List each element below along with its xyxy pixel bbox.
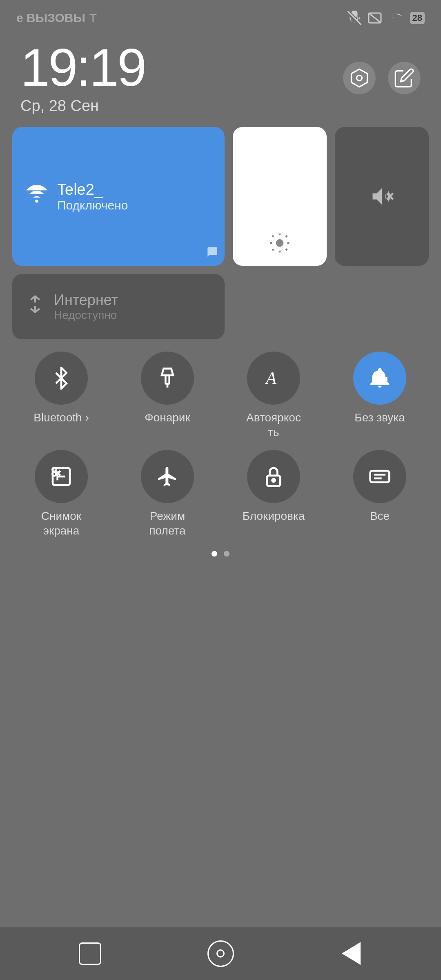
screenshot-label: Снимокэкрана <box>41 509 81 539</box>
home-icon <box>207 940 234 967</box>
toggle-lock[interactable]: Блокировка <box>225 450 323 539</box>
svg-point-4 <box>357 75 362 80</box>
carrier-t: T <box>89 11 97 25</box>
wifi-name: Tele2_ <box>57 181 128 198</box>
svg-point-5 <box>35 199 38 203</box>
wifi-status-icon <box>388 11 404 25</box>
svg-line-11 <box>272 236 274 237</box>
svg-rect-19 <box>165 375 169 384</box>
wifi-tile[interactable]: Tele2_ Подключено <box>12 127 225 266</box>
back-button[interactable] <box>335 937 368 970</box>
brightness-tile[interactable] <box>233 127 327 266</box>
svg-rect-32 <box>370 471 390 482</box>
wifi-info: Tele2_ Подключено <box>57 181 128 212</box>
status-left: е ВЫЗОВЫ T <box>16 11 97 25</box>
home-button[interactable] <box>204 937 237 970</box>
dots-indicator <box>0 551 441 557</box>
brightness-white <box>233 127 327 266</box>
nav-bar <box>0 927 441 980</box>
tiles-row-2: Интернет Недоступно <box>12 274 429 339</box>
svg-line-14 <box>286 236 287 237</box>
wifi-corner-indicator <box>207 246 218 260</box>
toggle-silent[interactable]: Без звука <box>331 352 429 440</box>
svg-text:A: A <box>265 369 276 388</box>
autobrightness-label: Автояркость <box>246 410 301 440</box>
svg-line-13 <box>272 249 274 250</box>
mute-icon <box>347 11 362 25</box>
silent-circle <box>353 352 406 405</box>
bluetooth-label: Bluetooth › <box>33 410 89 425</box>
wifi-icon <box>24 182 49 212</box>
brightness-sun-icon <box>268 232 291 259</box>
airplane-circle <box>141 450 194 503</box>
internet-status: Недоступно <box>54 309 118 322</box>
bluetooth-circle <box>35 352 88 405</box>
silent-label: Без звука <box>354 410 405 425</box>
screenshot-circle <box>35 450 88 503</box>
autobrightness-circle: A <box>247 352 300 405</box>
internet-tile[interactable]: Интернет Недоступно <box>12 274 225 339</box>
back-icon <box>342 942 361 965</box>
edit-button[interactable] <box>388 62 421 94</box>
toggle-all[interactable]: Все <box>331 450 429 539</box>
internet-info: Интернет Недоступно <box>54 292 118 322</box>
status-right: 28 <box>347 11 425 25</box>
clock-area: 19:19 Ср, 28 Сен <box>0 33 441 127</box>
flashlight-label: Фонарик <box>145 410 190 425</box>
svg-point-28 <box>52 468 56 471</box>
lock-label: Блокировка <box>243 509 305 523</box>
toggle-screenshot[interactable]: Снимокэкрана <box>12 450 110 539</box>
svg-line-2 <box>369 13 381 23</box>
spacer-2 <box>335 274 429 339</box>
clock-left: 19:19 Ср, 28 Сен <box>20 41 145 115</box>
svg-point-31 <box>272 479 275 482</box>
toggle-bluetooth[interactable]: Bluetooth › <box>12 352 110 440</box>
flashlight-circle <box>141 352 194 405</box>
svg-point-29 <box>52 472 56 476</box>
toggle-autobrightness[interactable]: A Автояркость <box>225 352 323 440</box>
all-label: Все <box>370 509 390 523</box>
recents-icon <box>79 942 101 965</box>
airplane-label: Режимполета <box>149 509 185 539</box>
recents-button[interactable] <box>74 937 106 970</box>
spacer-1 <box>233 274 327 339</box>
sound-tile[interactable] <box>335 127 429 266</box>
svg-line-12 <box>286 249 287 250</box>
internet-icon <box>24 294 46 320</box>
settings-button[interactable] <box>343 62 376 94</box>
all-circle <box>353 450 406 503</box>
dot-1 <box>212 551 217 557</box>
battery-indicator: 28 <box>410 12 425 24</box>
internet-name: Интернет <box>54 292 118 309</box>
toggle-airplane[interactable]: Режимполета <box>118 450 216 539</box>
toggle-flashlight[interactable]: Фонарик <box>118 352 216 440</box>
svg-marker-3 <box>352 69 368 87</box>
clock-actions <box>343 62 421 94</box>
quick-toggles: Bluetooth › Фонарик A Автояркость <box>0 339 441 539</box>
svg-point-6 <box>276 239 284 247</box>
status-bar: е ВЫЗОВЫ T 28 <box>0 0 441 33</box>
dot-2 <box>224 551 229 557</box>
clock-time: 19:19 <box>20 41 145 94</box>
calls-label: е ВЫЗОВЫ <box>16 11 85 25</box>
tiles-row-1: Tele2_ Подключено <box>12 127 429 266</box>
message-blocked-icon <box>368 11 382 25</box>
clock-date: Ср, 28 Сен <box>20 97 145 115</box>
home-icon-inner <box>216 949 225 958</box>
lock-circle <box>247 450 300 503</box>
tiles-container: Tele2_ Подключено <box>0 127 441 339</box>
wifi-status: Подключено <box>57 198 128 212</box>
